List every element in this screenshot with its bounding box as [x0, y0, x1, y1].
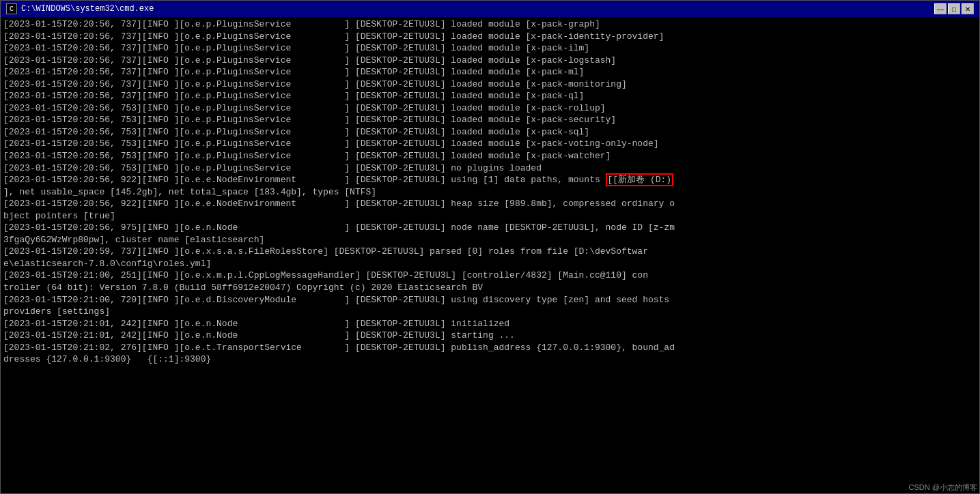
- log-line: ], net usable_space [145.2gb], net total…: [3, 186, 977, 199]
- titlebar: C C:\WINDOWS\system32\cmd.exe — □ ✕: [1, 1, 979, 17]
- log-line: [2023-01-15T20:20:56, 753][INFO ][o.e.p.…: [3, 102, 977, 115]
- log-line: [2023-01-15T20:20:56, 737][INFO ][o.e.p.…: [3, 18, 977, 31]
- log-line: [2023-01-15T20:20:56, 737][INFO ][o.e.p.…: [3, 55, 977, 67]
- log-line: 3fgaQy6G2WzWrp80pw], cluster name [elast…: [3, 234, 977, 246]
- console-output: [2023-01-15T20:20:56, 737][INFO ][o.e.p.…: [1, 17, 979, 493]
- log-line: [2023-01-15T20:20:56, 975][INFO ][o.e.n.…: [3, 222, 977, 234]
- log-line: troller (64 bit): Version 7.8.0 (Build 5…: [3, 282, 977, 294]
- log-line: [2023-01-15T20:20:56, 737][INFO ][o.e.p.…: [3, 90, 977, 102]
- log-line: [2023-01-15T20:21:02, 276][INFO ][o.e.t.…: [3, 342, 977, 354]
- log-line: [2023-01-15T20:20:56, 753][INFO ][o.e.p.…: [3, 126, 977, 139]
- log-line: [2023-01-15T20:20:59, 737][INFO ][o.e.x.…: [3, 246, 977, 258]
- log-line: [2023-01-15T20:21:01, 242][INFO ][o.e.n.…: [3, 318, 977, 330]
- watermark: CSDN @小志的博客: [909, 482, 977, 493]
- log-line: providers [settings]: [3, 306, 977, 318]
- log-line: bject pointers [true]: [3, 210, 977, 222]
- log-line: [2023-01-15T20:21:00, 720][INFO ][o.e.d.…: [3, 294, 977, 306]
- log-line: [2023-01-15T20:20:56, 753][INFO ][o.e.p.…: [3, 138, 977, 150]
- highlight-box: [[新加卷 (D:): [606, 173, 674, 186]
- log-line-highlighted: [2023-01-15T20:20:56, 922][INFO ][o.e.e.…: [3, 174, 977, 186]
- log-line: [2023-01-15T20:20:56, 753][INFO ][o.e.p.…: [3, 162, 977, 175]
- log-line: [2023-01-15T20:20:56, 753][INFO ][o.e.p.…: [3, 114, 977, 126]
- log-line: e\elasticsearch-7.8.0\config\roles.yml]: [3, 258, 977, 270]
- titlebar-icon: C: [6, 3, 17, 14]
- cmd-window: C C:\WINDOWS\system32\cmd.exe — □ ✕ [202…: [0, 0, 980, 494]
- log-line: [2023-01-15T20:21:01, 242][INFO ][o.e.n.…: [3, 330, 977, 342]
- log-line: [2023-01-15T20:20:56, 737][INFO ][o.e.p.…: [3, 78, 977, 91]
- close-button[interactable]: ✕: [962, 3, 974, 14]
- log-line: [2023-01-15T20:20:56, 922][INFO ][o.e.e.…: [3, 198, 977, 210]
- titlebar-title: C:\WINDOWS\system32\cmd.exe: [21, 4, 154, 14]
- minimize-button[interactable]: —: [934, 3, 947, 14]
- titlebar-buttons[interactable]: — □ ✕: [934, 3, 974, 14]
- log-line: [2023-01-15T20:20:56, 737][INFO ][o.e.p.…: [3, 31, 977, 43]
- restore-button[interactable]: □: [948, 3, 960, 14]
- log-line: [2023-01-15T20:20:56, 737][INFO ][o.e.p.…: [3, 42, 977, 55]
- log-line: dresses {127.0.0.1:9300} {[::1]:9300}: [3, 353, 977, 366]
- titlebar-left: C C:\WINDOWS\system32\cmd.exe: [6, 3, 154, 14]
- log-line: [2023-01-15T20:20:56, 753][INFO ][o.e.p.…: [3, 150, 977, 162]
- log-line: [2023-01-15T20:20:56, 737][INFO ][o.e.p.…: [3, 66, 977, 78]
- log-line: [2023-01-15T20:21:00, 251][INFO ][o.e.x.…: [3, 270, 977, 282]
